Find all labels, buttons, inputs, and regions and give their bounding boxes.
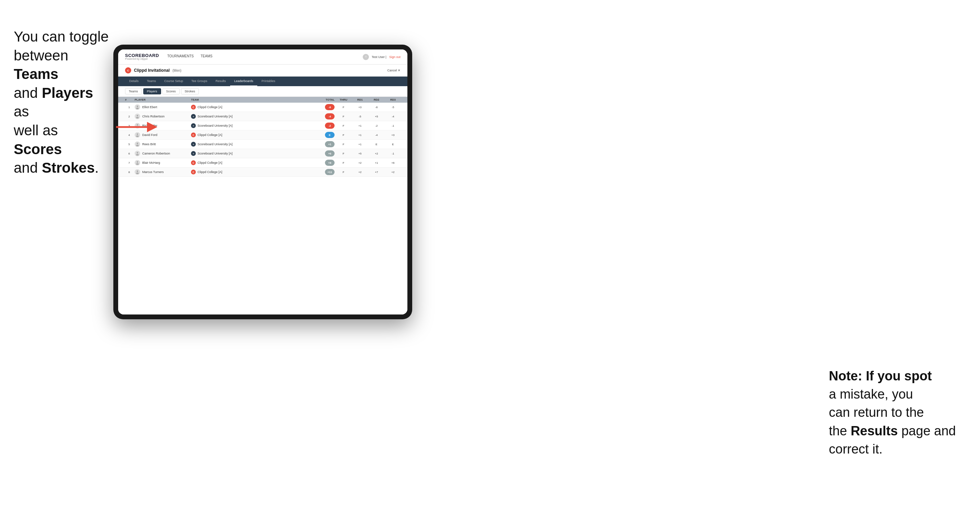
signout-link[interactable]: Sign out (389, 55, 401, 59)
score-badge: +6 (325, 150, 334, 157)
cell-thru: F (336, 124, 351, 127)
team-name-text: Scoreboard University [A] (197, 115, 232, 118)
col-player-header: PLAYER (135, 98, 189, 101)
cell-thru: F (336, 171, 351, 174)
col-rd2-header: RD2 (369, 98, 384, 101)
cell-rd3: +3 (385, 133, 401, 137)
cell-player: Cameron Robertson (135, 151, 189, 156)
cell-thru: F (336, 133, 351, 137)
svg-point-17 (136, 173, 139, 175)
col-rank-header: # (125, 98, 133, 101)
col-rd1-header: RD1 (352, 98, 368, 101)
cell-total: +11 (314, 169, 334, 175)
cell-total: -2 (314, 122, 334, 129)
cell-total: +1 (314, 141, 334, 147)
cell-player: Elliot Ebert (135, 104, 189, 110)
tab-course-setup[interactable]: Course Setup (160, 76, 187, 86)
right-annotation: Note: If you spot a mistake, you can ret… (829, 367, 959, 458)
table-row: 2 Chris Robertson ≡ Scoreboard Universit… (118, 112, 407, 121)
subtab-strokes[interactable]: Strokes (181, 88, 199, 94)
player-avatar (135, 169, 140, 175)
nav-teams[interactable]: TEAMS (200, 54, 212, 59)
cell-rd3: -4 (385, 115, 401, 118)
player-avatar (135, 160, 140, 165)
cell-rd1: +1 (352, 133, 368, 137)
cell-team: C Clippd College [A] (191, 160, 313, 165)
tab-details[interactable]: Details (125, 76, 143, 86)
cell-rd1: +2 (352, 171, 368, 174)
player-name-text: Rees Britt (142, 143, 156, 146)
cell-rd3: -1 (385, 152, 401, 155)
tab-printables[interactable]: Printables (257, 76, 279, 86)
team-name-text: Clippd College [A] (197, 161, 222, 165)
team-icon: ≡ (191, 123, 196, 128)
tablet-screen: SCOREBOARD Powered by clippd TOURNAMENTS… (118, 49, 407, 314)
player-avatar (135, 104, 140, 110)
cell-rd1: +2 (352, 161, 368, 165)
player-name-text: Marcus Turners (142, 170, 164, 174)
svg-point-16 (137, 171, 138, 172)
cell-rd1: +5 (352, 152, 368, 155)
cell-team: C Clippd College [A] (191, 133, 313, 137)
tournament-title: C Clippd Invitational (Men) (125, 67, 181, 73)
scoreboard-logo: SCOREBOARD Powered by clippd (125, 53, 159, 60)
table-row: 8 Marcus Turners C Clippd College [A] +1… (118, 168, 407, 177)
subtab-teams[interactable]: Teams (125, 88, 142, 94)
cell-player: Blair McHarg (135, 160, 189, 165)
cell-rd2: -6 (369, 106, 384, 109)
cancel-button[interactable]: Cancel ✕ (387, 69, 401, 72)
score-badge: -8 (325, 104, 334, 110)
cell-rd1: +1 (352, 143, 368, 146)
team-name-text: Scoreboard University [A] (197, 124, 232, 127)
cell-team: ≡ Scoreboard University [A] (191, 123, 313, 128)
tab-tee-groups[interactable]: Tee Groups (187, 76, 212, 86)
svg-point-14 (137, 161, 138, 163)
team-name-text: Clippd College [A] (197, 133, 222, 137)
cell-rd3: +6 (385, 161, 401, 165)
cell-team: C Clippd College [A] (191, 170, 313, 175)
score-badge: +1 (325, 141, 334, 147)
cell-rd2: +5 (369, 115, 384, 118)
sub-tabs: Teams Players Scores Strokes (118, 86, 407, 97)
team-icon: ≡ (191, 151, 196, 156)
cell-rd1: +3 (352, 106, 368, 109)
tourney-subtitle: (Men) (172, 69, 181, 73)
subtab-players[interactable]: Players (143, 88, 161, 94)
team-icon: ≡ (191, 114, 196, 119)
svg-point-13 (136, 154, 139, 156)
subtab-scores[interactable]: Scores (162, 88, 180, 94)
tab-leaderboards[interactable]: Leaderboards (230, 76, 258, 86)
player-name-text: Elliot Ebert (142, 105, 158, 109)
team-icon: C (191, 170, 196, 175)
cell-team: ≡ Scoreboard University [A] (191, 151, 313, 156)
cell-rank: 7 (125, 161, 133, 165)
cell-rd1: -5 (352, 115, 368, 118)
header-right: T Test User | Sign out (363, 54, 401, 60)
tab-teams[interactable]: Teams (143, 76, 161, 86)
cell-rd3: +2 (385, 171, 401, 174)
tab-results[interactable]: Results (212, 76, 230, 86)
left-annotation: You can toggle between Teams and Players… (14, 27, 110, 178)
tablet-frame: SCOREBOARD Powered by clippd TOURNAMENTS… (113, 44, 412, 319)
cell-team: ≡ Scoreboard University [A] (191, 114, 313, 119)
team-icon: C (191, 105, 196, 110)
team-name-text: Scoreboard University [A] (197, 152, 232, 155)
cell-rd2: -4 (369, 133, 384, 137)
team-name-text: Scoreboard University [A] (197, 143, 232, 146)
cell-total: +6 (314, 150, 334, 157)
col-rd3-header: RD3 (385, 98, 401, 101)
col-total-header: TOTAL (314, 98, 334, 101)
cell-total: -8 (314, 104, 334, 110)
score-badge: +8 (325, 160, 334, 166)
player-avatar (135, 151, 140, 156)
cell-thru: F (336, 115, 351, 118)
cell-thru: F (336, 106, 351, 109)
tourney-icon: C (125, 67, 131, 73)
team-name-text: Clippd College [A] (197, 105, 222, 109)
cell-rd2: E (369, 143, 384, 146)
nav-tournaments[interactable]: TOURNAMENTS (167, 54, 194, 59)
svg-point-11 (136, 145, 139, 147)
tournament-header: C Clippd Invitational (Men) Cancel ✕ (118, 65, 407, 76)
cell-rd2: -2 (369, 124, 384, 127)
svg-point-2 (137, 106, 138, 108)
